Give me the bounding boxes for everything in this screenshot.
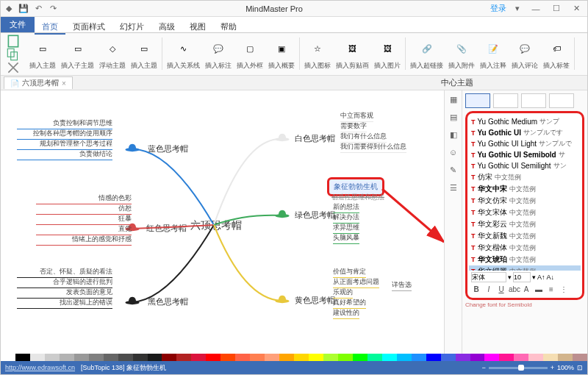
color-swatch[interactable]: [294, 354, 309, 361]
color-swatch[interactable]: [104, 354, 118, 361]
increase-font-icon[interactable]: A↑: [537, 274, 545, 281]
color-swatch[interactable]: [148, 354, 162, 361]
color-swatch[interactable]: [499, 354, 514, 361]
color-swatch[interactable]: [220, 354, 235, 361]
color-swatch[interactable]: [558, 354, 573, 361]
color-swatch[interactable]: [528, 354, 543, 361]
branch-green[interactable]: 绿色思考帽: [295, 210, 335, 221]
panel-tab-icon[interactable]: ☺: [445, 143, 462, 161]
dropdown-icon[interactable]: ▾: [508, 274, 512, 281]
color-swatch[interactable]: [133, 354, 148, 361]
menu-tab-5[interactable]: 帮助: [213, 20, 244, 33]
ribbon-item-6[interactable]: ▢插入外框: [234, 38, 265, 71]
color-swatch[interactable]: [382, 354, 397, 361]
color-swatch[interactable]: [162, 354, 176, 361]
leaf-yellow-3[interactable]: 真好希望的: [333, 298, 366, 309]
ribbon-item-0[interactable]: ▭插入主题: [27, 38, 58, 71]
zoom-in-button[interactable]: +: [551, 364, 554, 371]
color-swatch[interactable]: [30, 354, 45, 361]
leaf-yellow-1[interactable]: 从正面考虑问题: [333, 277, 379, 288]
leaf-red-4[interactable]: 情绪上的感觉和抒感: [36, 235, 132, 246]
color-swatch[interactable]: [60, 354, 74, 361]
leaf-white-3[interactable]: 我们需要得到什么信息: [340, 142, 406, 153]
leaf-white-2[interactable]: 我们有什么信息: [340, 132, 387, 143]
leaf-red-2[interactable]: 狂暴: [36, 214, 132, 225]
dropdown-icon-2[interactable]: ▾: [532, 274, 536, 281]
minimize-button[interactable]: —: [528, 2, 543, 15]
leaf-blue-1[interactable]: 控制各种思考帽的使用顺序: [17, 129, 112, 140]
cut-icon[interactable]: [5, 62, 21, 74]
leaf-blue-3[interactable]: 负责做结论: [17, 149, 112, 160]
color-swatch[interactable]: [368, 354, 382, 361]
mindmap-canvas[interactable]: 六顶思考帽 蓝色思考帽负责控制和调节思维控制各种思考帽的使用顺序规划和管理整个思…: [1, 90, 444, 362]
color-swatch[interactable]: [412, 354, 426, 361]
zoom-out-button[interactable]: −: [481, 364, 485, 371]
color-swatch[interactable]: [426, 354, 441, 361]
menu-tab-3[interactable]: 高级: [151, 20, 182, 33]
leaf-yellow-4[interactable]: 建设性的: [333, 308, 359, 319]
copy-icon[interactable]: [5, 49, 21, 60]
color-swatch[interactable]: [456, 354, 470, 361]
document-tab[interactable]: 📄 六顶思考帽 ×: [4, 76, 73, 89]
highlight-button[interactable]: ▬: [534, 285, 544, 293]
status-url[interactable]: http://www.edrawsoft.cn: [5, 364, 75, 371]
menu-tab-2[interactable]: 幻灯片: [112, 20, 151, 33]
font-row[interactable]: TYu Gothic Medium サンプ: [469, 116, 581, 127]
color-swatch[interactable]: [323, 354, 338, 361]
color-swatch[interactable]: [250, 354, 265, 361]
ribbon-item-2[interactable]: ◇浮动主题: [97, 38, 128, 71]
panel-tab-theme[interactable]: ◧: [445, 126, 462, 143]
ribbon-item-7[interactable]: ▣插入概要: [266, 38, 297, 71]
leaf-white-0[interactable]: 中立而客观: [340, 111, 373, 122]
layout-icon[interactable]: ⊟: [582, 49, 587, 60]
close-tab-icon[interactable]: ×: [62, 79, 66, 88]
font-row[interactable]: T华文细黑 中文范例: [469, 265, 581, 271]
font-row[interactable]: TYu Gothic UI Semilight サン: [469, 160, 581, 171]
close-button[interactable]: ✕: [570, 2, 584, 15]
menu-tab-0[interactable]: 首页: [35, 20, 65, 35]
font-row[interactable]: T华文中宋 中文范例: [469, 183, 581, 195]
ribbon-item-13[interactable]: 📝插入注释: [478, 38, 509, 71]
color-palette[interactable]: [1, 354, 587, 361]
leaf-green-5[interactable]: 头脑风暴: [333, 233, 359, 244]
layout-thumb-1[interactable]: [465, 93, 490, 108]
decrease-font-icon[interactable]: A↓: [547, 274, 555, 281]
color-swatch[interactable]: [235, 354, 250, 361]
branch-blue[interactable]: 蓝色思考帽: [148, 143, 188, 154]
leaf-red-3[interactable]: 直觉: [36, 224, 132, 235]
leaf-green-2[interactable]: 新的想法: [333, 202, 359, 213]
paste-icon[interactable]: [5, 35, 21, 47]
ribbon-item-12[interactable]: 📎插入附件: [446, 38, 477, 71]
color-swatch[interactable]: [191, 354, 206, 361]
color-swatch[interactable]: [279, 354, 294, 361]
panel-tab-layout[interactable]: ▦: [445, 90, 462, 108]
branch-yellow[interactable]: 黄色思考帽: [295, 295, 335, 306]
panel-tab-style[interactable]: ▤: [445, 108, 462, 126]
ribbon-item-14[interactable]: 💬插入评论: [509, 38, 540, 71]
color-swatch[interactable]: [470, 354, 485, 361]
bullets-button[interactable]: ⋮: [559, 285, 569, 293]
color-swatch[interactable]: [573, 354, 587, 361]
center-node[interactable]: 六顶思考帽: [190, 219, 242, 232]
font-color-button[interactable]: A: [521, 285, 531, 293]
ribbon-item-11[interactable]: 🔗插入超链接: [408, 38, 445, 71]
branch-red[interactable]: 红色思考帽: [146, 223, 187, 234]
leaf-black-2[interactable]: 发表负面的意见: [17, 288, 112, 299]
font-size-input[interactable]: [513, 272, 531, 282]
extra-node[interactable]: 详告选: [392, 280, 412, 291]
font-row[interactable]: T华文仿宋 中文范例: [469, 195, 581, 207]
color-swatch[interactable]: [353, 354, 368, 361]
undo-icon[interactable]: ↶: [33, 4, 43, 14]
font-row[interactable]: TYu Gothic UI サンプルです: [469, 127, 581, 138]
font-row[interactable]: T华文琥珀 中文范例: [469, 254, 581, 265]
color-swatch[interactable]: [514, 354, 528, 361]
ribbon-item-4[interactable]: ∿插入关系线: [165, 38, 202, 71]
color-swatch[interactable]: [397, 354, 412, 361]
color-swatch[interactable]: [176, 354, 191, 361]
strike-button[interactable]: abc: [509, 285, 519, 293]
crossed-leaf[interactable]: 创造性思维和想法: [331, 193, 384, 202]
chevron-down-icon[interactable]: ▾: [512, 4, 523, 14]
font-row[interactable]: T华文彩云 中文范例: [469, 218, 581, 230]
italic-button[interactable]: I: [484, 285, 494, 293]
panel-tab-outline[interactable]: ☰: [445, 179, 462, 196]
